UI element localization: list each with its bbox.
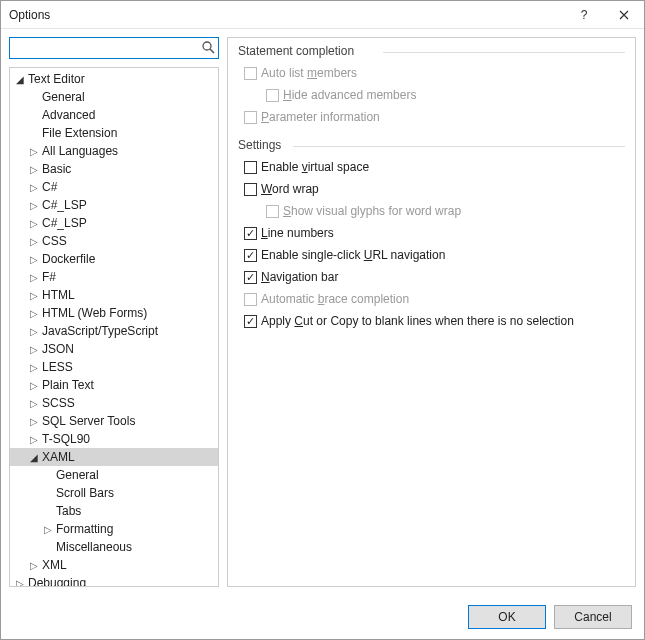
tree-item[interactable]: Scroll Bars xyxy=(10,484,218,502)
tree-item[interactable]: ▷C#_LSP xyxy=(10,196,218,214)
tree-item[interactable]: General xyxy=(10,466,218,484)
chevron-right-icon[interactable]: ▷ xyxy=(28,146,40,157)
tree-item[interactable]: ▷C# xyxy=(10,178,218,196)
option-row: Navigation bar xyxy=(238,266,625,288)
option-row: Enable single-click URL navigation xyxy=(238,244,625,266)
checkbox[interactable] xyxy=(244,315,257,328)
chevron-right-icon[interactable]: ▷ xyxy=(28,380,40,391)
tree-item-label: HTML (Web Forms) xyxy=(40,306,147,320)
chevron-right-icon[interactable]: ▷ xyxy=(28,218,40,229)
tree-item[interactable]: ▷HTML (Web Forms) xyxy=(10,304,218,322)
tree-item-label: XAML xyxy=(40,450,75,464)
checkbox[interactable] xyxy=(244,183,257,196)
tree-item[interactable]: ▷Debugging xyxy=(10,574,218,586)
tree-item[interactable]: ▷JSON xyxy=(10,340,218,358)
chevron-right-icon[interactable]: ▷ xyxy=(28,362,40,373)
tree-item[interactable]: ▷LESS xyxy=(10,358,218,376)
tree-item[interactable]: ▷HTML xyxy=(10,286,218,304)
tree-item[interactable]: ▷Formatting xyxy=(10,520,218,538)
chevron-right-icon[interactable]: ▷ xyxy=(28,308,40,319)
tree-item-label: SCSS xyxy=(40,396,75,410)
chevron-right-icon[interactable]: ▷ xyxy=(28,164,40,175)
checkbox[interactable] xyxy=(244,161,257,174)
chevron-right-icon[interactable]: ▷ xyxy=(28,434,40,445)
tree-item[interactable]: ◢XAML xyxy=(10,448,218,466)
chevron-right-icon[interactable]: ▷ xyxy=(28,326,40,337)
tree-item[interactable]: ▷SCSS xyxy=(10,394,218,412)
tree-item-label: JSON xyxy=(40,342,74,356)
help-icon: ? xyxy=(581,8,588,22)
chevron-right-icon[interactable]: ▷ xyxy=(28,398,40,409)
tree-item[interactable]: ▷C#_LSP xyxy=(10,214,218,232)
tree-item-label: Debugging xyxy=(26,576,86,586)
tree-item[interactable]: ▷CSS xyxy=(10,232,218,250)
tree-item-label: Plain Text xyxy=(40,378,94,392)
cancel-button[interactable]: Cancel xyxy=(554,605,632,629)
checkbox[interactable] xyxy=(244,271,257,284)
tree-item-label: C#_LSP xyxy=(40,216,87,230)
tree-item-label: Text Editor xyxy=(26,72,85,86)
chevron-right-icon[interactable]: ▷ xyxy=(28,416,40,427)
dialog-footer: OK Cancel xyxy=(1,595,644,639)
option-label: Parameter information xyxy=(261,110,380,124)
tree-item[interactable]: ▷Dockerfile xyxy=(10,250,218,268)
tree-item[interactable]: ▷Plain Text xyxy=(10,376,218,394)
option-row: Auto list members xyxy=(238,62,625,84)
checkbox[interactable] xyxy=(244,227,257,240)
tree-item-label: C#_LSP xyxy=(40,198,87,212)
tree-item-label: SQL Server Tools xyxy=(40,414,135,428)
tree-item[interactable]: Tabs xyxy=(10,502,218,520)
search-icon[interactable] xyxy=(201,40,215,57)
tree-item-label: Dockerfile xyxy=(40,252,95,266)
tree-panel: ◢Text EditorGeneralAdvancedFile Extensio… xyxy=(9,67,219,587)
tree-item[interactable]: ▷F# xyxy=(10,268,218,286)
ok-button[interactable]: OK xyxy=(468,605,546,629)
tree-item-label: All Languages xyxy=(40,144,118,158)
group-title: Statement completion xyxy=(238,44,625,58)
option-row: Apply Cut or Copy to blank lines when th… xyxy=(238,310,625,332)
chevron-right-icon[interactable]: ▷ xyxy=(28,272,40,283)
chevron-right-icon[interactable]: ▷ xyxy=(28,560,40,571)
tree-item-label: C# xyxy=(40,180,57,194)
tree-item[interactable]: ▷Basic xyxy=(10,160,218,178)
tree-item[interactable]: General xyxy=(10,88,218,106)
chevron-down-icon[interactable]: ◢ xyxy=(28,452,40,463)
tree-item-label: File Extension xyxy=(40,126,117,140)
chevron-right-icon[interactable]: ▷ xyxy=(28,182,40,193)
chevron-right-icon[interactable]: ▷ xyxy=(14,578,26,587)
tree-item[interactable]: Advanced xyxy=(10,106,218,124)
checkbox xyxy=(266,89,279,102)
tree-item[interactable]: ▷T-SQL90 xyxy=(10,430,218,448)
tree-item[interactable]: File Extension xyxy=(10,124,218,142)
tree-item[interactable]: ◢Text Editor xyxy=(10,70,218,88)
chevron-right-icon[interactable]: ▷ xyxy=(28,254,40,265)
option-row: Automatic brace completion xyxy=(238,288,625,310)
search-input[interactable] xyxy=(9,37,219,59)
tree-item[interactable]: ▷JavaScript/TypeScript xyxy=(10,322,218,340)
chevron-right-icon[interactable]: ▷ xyxy=(42,524,54,535)
tree-item[interactable]: ▷XML xyxy=(10,556,218,574)
option-row: Parameter information xyxy=(238,106,625,128)
option-row: Enable virtual space xyxy=(238,156,625,178)
close-button[interactable] xyxy=(604,1,644,29)
option-label: Enable single-click URL navigation xyxy=(261,248,445,262)
option-label: Line numbers xyxy=(261,226,334,240)
option-label: Navigation bar xyxy=(261,270,338,284)
option-row: Line numbers xyxy=(238,222,625,244)
chevron-right-icon[interactable]: ▷ xyxy=(28,344,40,355)
checkbox xyxy=(244,111,257,124)
checkbox[interactable] xyxy=(244,249,257,262)
tree-item[interactable]: Miscellaneous xyxy=(10,538,218,556)
group-statement-completion: Statement completion Auto list membersHi… xyxy=(238,44,625,128)
search-wrap xyxy=(9,37,219,59)
help-button[interactable]: ? xyxy=(564,1,604,29)
tree-item-label: XML xyxy=(40,558,67,572)
tree-item[interactable]: ▷All Languages xyxy=(10,142,218,160)
chevron-right-icon[interactable]: ▷ xyxy=(28,290,40,301)
chevron-right-icon[interactable]: ▷ xyxy=(28,200,40,211)
chevron-right-icon[interactable]: ▷ xyxy=(28,236,40,247)
tree-item[interactable]: ▷SQL Server Tools xyxy=(10,412,218,430)
options-tree[interactable]: ◢Text EditorGeneralAdvancedFile Extensio… xyxy=(10,68,218,586)
option-row: Hide advanced members xyxy=(238,84,625,106)
chevron-down-icon[interactable]: ◢ xyxy=(14,74,26,85)
